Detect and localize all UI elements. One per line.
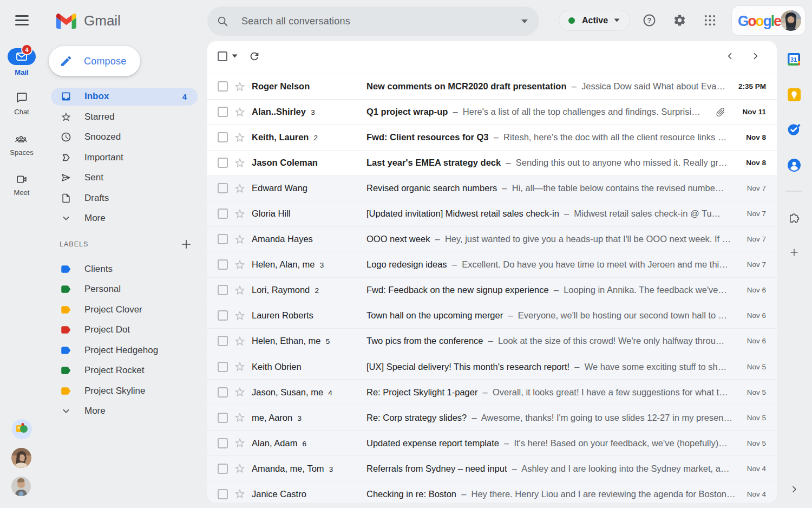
svg-text:31: 31 xyxy=(790,56,797,63)
svg-text:?: ? xyxy=(647,16,652,24)
